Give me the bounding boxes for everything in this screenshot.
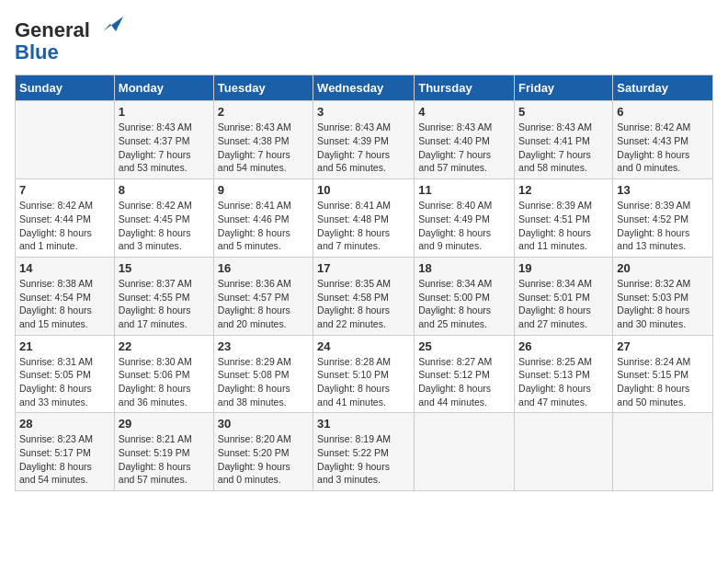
day-info: Sunrise: 8:37 AM Sunset: 4:55 PM Dayligh… [119,277,210,331]
day-info: Sunrise: 8:20 AM Sunset: 5:20 PM Dayligh… [218,432,309,487]
day-info: Sunrise: 8:42 AM Sunset: 4:43 PM Dayligh… [617,121,709,175]
day-number: 20 [617,261,709,275]
calendar-day-cell: 21Sunrise: 8:31 AM Sunset: 5:05 PM Dayli… [16,335,115,413]
calendar-day-cell: 6Sunrise: 8:42 AM Sunset: 4:43 PM Daylig… [613,101,713,179]
svg-marker-0 [103,17,123,31]
day-number: 30 [218,417,309,431]
logo-blue-text: Blue [15,40,59,63]
day-number: 21 [19,339,110,353]
calendar-table: SundayMondayTuesdayWednesdayThursdayFrid… [15,75,713,491]
calendar-day-cell: 25Sunrise: 8:27 AM Sunset: 5:12 PM Dayli… [415,335,515,413]
logo: General Blue [15,15,123,63]
calendar-day-cell: 19Sunrise: 8:34 AM Sunset: 5:01 PM Dayli… [515,257,613,335]
day-info: Sunrise: 8:35 AM Sunset: 4:58 PM Dayligh… [317,277,410,331]
day-number: 18 [418,261,510,275]
calendar-day-cell: 16Sunrise: 8:36 AM Sunset: 4:57 PM Dayli… [213,257,313,335]
day-number: 13 [617,183,709,197]
calendar-day-cell: 7Sunrise: 8:42 AM Sunset: 4:44 PM Daylig… [16,179,115,258]
calendar-day-cell: 20Sunrise: 8:32 AM Sunset: 5:03 PM Dayli… [613,257,713,335]
day-number: 14 [19,261,110,275]
day-info: Sunrise: 8:28 AM Sunset: 5:10 PM Dayligh… [317,355,410,409]
day-number: 5 [518,105,609,119]
day-info: Sunrise: 8:43 AM Sunset: 4:41 PM Dayligh… [518,121,609,175]
day-number: 16 [218,261,309,275]
calendar-day-cell: 4Sunrise: 8:43 AM Sunset: 4:40 PM Daylig… [415,101,515,179]
day-info: Sunrise: 8:34 AM Sunset: 5:00 PM Dayligh… [418,277,510,331]
day-info: Sunrise: 8:41 AM Sunset: 4:46 PM Dayligh… [218,199,309,253]
day-info: Sunrise: 8:40 AM Sunset: 4:49 PM Dayligh… [418,199,510,253]
day-number: 2 [218,105,309,119]
day-info: Sunrise: 8:41 AM Sunset: 4:48 PM Dayligh… [317,199,410,253]
calendar-day-cell: 9Sunrise: 8:41 AM Sunset: 4:46 PM Daylig… [213,179,313,258]
day-info: Sunrise: 8:27 AM Sunset: 5:12 PM Dayligh… [418,355,510,409]
calendar-day-cell: 5Sunrise: 8:43 AM Sunset: 4:41 PM Daylig… [515,101,613,179]
calendar-day-cell: 18Sunrise: 8:34 AM Sunset: 5:00 PM Dayli… [415,257,515,335]
calendar-day-cell: 15Sunrise: 8:37 AM Sunset: 4:55 PM Dayli… [114,257,213,335]
calendar-day-cell: 23Sunrise: 8:29 AM Sunset: 5:08 PM Dayli… [213,335,313,413]
calendar-day-cell: 1Sunrise: 8:43 AM Sunset: 4:37 PM Daylig… [114,101,213,179]
day-info: Sunrise: 8:23 AM Sunset: 5:17 PM Dayligh… [19,432,110,487]
calendar-day-cell: 10Sunrise: 8:41 AM Sunset: 4:48 PM Dayli… [313,179,415,258]
calendar-day-cell: 26Sunrise: 8:25 AM Sunset: 5:13 PM Dayli… [515,335,613,413]
day-number: 9 [218,183,309,197]
calendar-day-cell: 14Sunrise: 8:38 AM Sunset: 4:54 PM Dayli… [16,257,115,335]
calendar-day-cell: 2Sunrise: 8:43 AM Sunset: 4:38 PM Daylig… [213,101,313,179]
day-info: Sunrise: 8:30 AM Sunset: 5:06 PM Dayligh… [119,355,210,409]
day-info: Sunrise: 8:39 AM Sunset: 4:51 PM Dayligh… [518,199,609,253]
day-number: 1 [119,105,210,119]
calendar-day-cell: 17Sunrise: 8:35 AM Sunset: 4:58 PM Dayli… [313,257,415,335]
calendar-day-cell: 28Sunrise: 8:23 AM Sunset: 5:17 PM Dayli… [16,413,115,491]
calendar-day-cell: 24Sunrise: 8:28 AM Sunset: 5:10 PM Dayli… [313,335,415,413]
calendar-week-row: 1Sunrise: 8:43 AM Sunset: 4:37 PM Daylig… [16,101,713,179]
day-info: Sunrise: 8:19 AM Sunset: 5:22 PM Dayligh… [317,432,410,487]
day-number: 31 [317,417,410,431]
day-number: 26 [518,339,609,353]
day-info: Sunrise: 8:42 AM Sunset: 4:44 PM Dayligh… [19,199,110,253]
day-number: 11 [418,183,510,197]
calendar-day-cell: 29Sunrise: 8:21 AM Sunset: 5:19 PM Dayli… [114,413,213,491]
header-friday: Friday [515,75,613,101]
day-number: 22 [119,339,210,353]
day-number: 27 [617,339,709,353]
day-number: 19 [518,261,609,275]
empty-cell [415,413,515,491]
calendar-day-cell: 12Sunrise: 8:39 AM Sunset: 4:51 PM Dayli… [515,179,613,258]
day-number: 6 [617,105,709,119]
day-number: 24 [317,339,410,353]
page-header: General Blue [15,15,713,63]
empty-cell [16,101,115,179]
header-wednesday: Wednesday [313,75,415,101]
calendar-day-cell: 13Sunrise: 8:39 AM Sunset: 4:52 PM Dayli… [613,179,713,258]
day-number: 28 [19,417,110,431]
day-number: 4 [418,105,510,119]
day-info: Sunrise: 8:38 AM Sunset: 4:54 PM Dayligh… [19,277,110,331]
calendar-day-cell: 22Sunrise: 8:30 AM Sunset: 5:06 PM Dayli… [114,335,213,413]
day-number: 7 [19,183,110,197]
day-info: Sunrise: 8:21 AM Sunset: 5:19 PM Dayligh… [119,432,210,487]
day-info: Sunrise: 8:25 AM Sunset: 5:13 PM Dayligh… [518,355,609,409]
day-number: 17 [317,261,410,275]
header-thursday: Thursday [415,75,515,101]
day-info: Sunrise: 8:31 AM Sunset: 5:05 PM Dayligh… [19,355,110,409]
calendar-week-row: 28Sunrise: 8:23 AM Sunset: 5:17 PM Dayli… [16,413,713,491]
day-info: Sunrise: 8:36 AM Sunset: 4:57 PM Dayligh… [218,277,309,331]
empty-cell [613,413,713,491]
day-info: Sunrise: 8:39 AM Sunset: 4:52 PM Dayligh… [617,199,709,253]
calendar-header-row: SundayMondayTuesdayWednesdayThursdayFrid… [16,75,713,101]
calendar-day-cell: 27Sunrise: 8:24 AM Sunset: 5:15 PM Dayli… [613,335,713,413]
calendar-day-cell: 11Sunrise: 8:40 AM Sunset: 4:49 PM Dayli… [415,179,515,258]
day-number: 3 [317,105,410,119]
day-info: Sunrise: 8:43 AM Sunset: 4:40 PM Dayligh… [418,121,510,175]
day-info: Sunrise: 8:42 AM Sunset: 4:45 PM Dayligh… [119,199,210,253]
calendar-day-cell: 30Sunrise: 8:20 AM Sunset: 5:20 PM Dayli… [213,413,313,491]
logo-bird-icon [97,11,123,37]
header-monday: Monday [114,75,213,101]
day-info: Sunrise: 8:43 AM Sunset: 4:37 PM Dayligh… [119,121,210,175]
day-number: 12 [518,183,609,197]
calendar-week-row: 21Sunrise: 8:31 AM Sunset: 5:05 PM Dayli… [16,335,713,413]
day-info: Sunrise: 8:32 AM Sunset: 5:03 PM Dayligh… [617,277,709,331]
day-number: 23 [218,339,309,353]
day-info: Sunrise: 8:24 AM Sunset: 5:15 PM Dayligh… [617,355,709,409]
day-number: 10 [317,183,410,197]
calendar-day-cell: 31Sunrise: 8:19 AM Sunset: 5:22 PM Dayli… [313,413,415,491]
